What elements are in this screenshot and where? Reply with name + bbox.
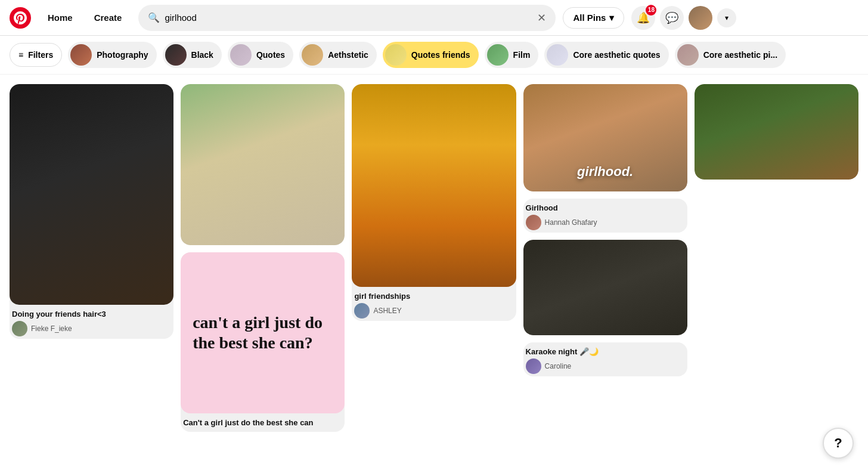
pin-card-hair[interactable]: Doing your friends hair<3 Fieke F_ieke [10, 84, 173, 339]
pin-quote-text: can't a girl just do the best she can? [193, 313, 333, 353]
chip-quotes-friends[interactable]: Quotes friends [383, 42, 479, 68]
pin-card-period-film[interactable]: girlhood. [523, 84, 687, 191]
pin-image-quote: can't a girl just do the best she can? [181, 252, 345, 413]
chip-black-img [165, 44, 187, 66]
pins-grid: Doing your friends hair<3 Fieke F_ieke c… [0, 75, 868, 441]
filters-icon: ≡ [18, 50, 23, 60]
pin-card-dark-room[interactable] [523, 240, 687, 335]
notifications-button[interactable]: 🔔 18 [631, 6, 655, 30]
chip-film[interactable]: Film [485, 42, 539, 68]
chip-quotes[interactable]: Quotes [228, 42, 293, 68]
pin-info-quote: Can't a girl just do the best she can [181, 413, 345, 432]
pin-card-karaoke[interactable]: Karaoke night 🎤🌙 Caroline [523, 342, 687, 376]
notification-badge: 18 [646, 5, 656, 16]
chip-core-aesthetic-quotes[interactable]: Core aesthetic quotes [544, 42, 668, 68]
chip-quotes-img [230, 44, 252, 66]
create-nav-link[interactable]: Create [85, 8, 132, 27]
pin-card-shadow[interactable]: girl friendships ASHLEY [352, 84, 516, 321]
header: Home Create 🔍 ✕ All Pins ▾ 🔔 18 💬 ▾ [0, 0, 868, 36]
chip-core-aesthetic-pi-img [677, 44, 699, 66]
chip-core-aesthetic-pi-label: Core aesthetic pi... [703, 50, 777, 60]
pin-card-kitchen[interactable] [181, 84, 345, 245]
chip-film-label: Film [513, 50, 531, 60]
messages-button[interactable]: 💬 [660, 6, 684, 30]
pinterest-logo-icon [14, 11, 27, 24]
chip-core-aesthetic-img [547, 44, 568, 66]
main-nav: Home Create [38, 8, 131, 27]
home-nav-link[interactable]: Home [38, 8, 82, 27]
chevron-down-icon: ▾ [609, 13, 614, 23]
search-icon: 🔍 [148, 12, 160, 23]
pin-title-quote: Can't a girl just do the best she can [183, 418, 342, 427]
chip-quotes-label: Quotes [256, 50, 285, 60]
clear-search-button[interactable]: ✕ [537, 11, 546, 24]
search-input[interactable] [165, 13, 532, 23]
chip-aethstetic-img [302, 44, 323, 66]
chip-film-img [487, 44, 509, 66]
filter-bar: ≡ Filters Photography Black Quotes Aeths… [0, 36, 868, 75]
header-icons: 🔔 18 💬 ▾ [631, 6, 736, 30]
chip-black-label: Black [191, 50, 213, 60]
expand-button[interactable]: ▾ [717, 8, 736, 27]
search-bar: 🔍 ✕ [138, 5, 556, 31]
chip-photography-img [70, 44, 92, 66]
filters-label: Filters [28, 50, 53, 60]
pin-card-flower-girl[interactable] [695, 84, 858, 180]
all-pins-label: All Pins [573, 13, 606, 23]
chip-photography-label: Photography [97, 50, 148, 60]
help-button[interactable]: ? [823, 428, 854, 459]
chip-aethstetic[interactable]: Aethstetic [299, 42, 377, 68]
chip-core-aesthetic-pi[interactable]: Core aesthetic pi... [675, 42, 786, 68]
pin-card-quote[interactable]: can't a girl just do the best she can? C… [181, 252, 345, 432]
all-pins-button[interactable]: All Pins ▾ [563, 7, 624, 29]
chip-photography[interactable]: Photography [68, 42, 156, 68]
chip-black[interactable]: Black [163, 42, 222, 68]
chip-aethstetic-label: Aethstetic [328, 50, 368, 60]
user-avatar[interactable] [689, 6, 712, 30]
chip-core-aesthetic-quotes-label: Core aesthetic quotes [573, 50, 660, 60]
pin-card-friends-bed[interactable]: Girlhood Hannah Ghafary [523, 199, 687, 233]
chip-quotes-friends-label: Quotes friends [411, 50, 470, 60]
chip-quotes-friends-img [385, 44, 407, 66]
filters-button[interactable]: ≡ Filters [10, 43, 62, 67]
pinterest-logo[interactable] [10, 7, 31, 29]
